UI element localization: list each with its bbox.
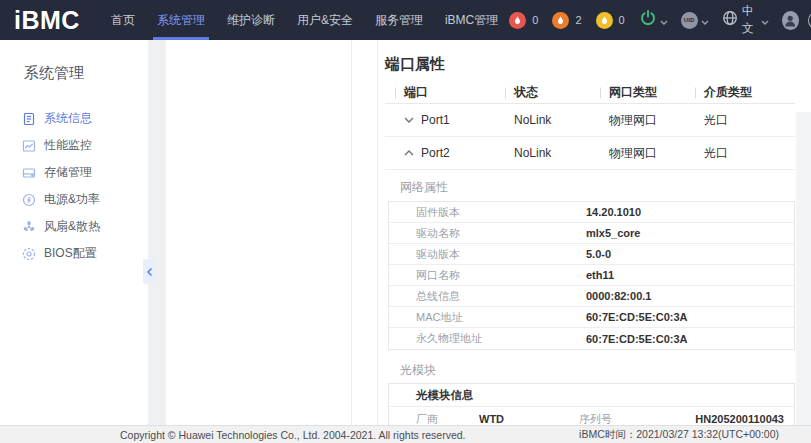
sidebar-item-system-info[interactable]: 系统信息 [0,105,148,132]
critical-alarm-indicator[interactable]: 0 [509,12,538,29]
column-header-media-type: 介质类型 [695,84,795,101]
sidebar-item-label: 电源&功率 [44,191,100,208]
gear-icon [22,247,36,261]
ibmc-time: iBMC时间：2021/03/27 13:32(UTC+00:00) [579,428,779,442]
property-label: 网口名称 [389,268,586,283]
property-label: 驱动名称 [389,226,586,241]
expand-chevron-down-icon[interactable] [404,117,414,123]
property-label: 驱动版本 [389,247,586,262]
media-type: 光口 [695,145,795,162]
vertical-scrollbar[interactable] [796,112,811,425]
media-type: 光口 [695,112,795,129]
table-row: 驱动版本 5.0-0 [389,244,794,265]
property-value: eth11 [586,269,614,281]
footer-bar: Copyright © Huawei Technologies Co., Ltd… [0,425,811,443]
sidebar-item-fans-cooling[interactable]: 风扇&散热 [0,213,148,240]
port-name: Port1 [421,113,450,127]
property-value: 14.20.1010 [586,206,641,218]
language-selector[interactable]: 中文 [722,3,770,37]
property-label: MAC地址 [389,310,586,325]
fan-icon [22,220,36,234]
property-value: 60:7E:CD:5E:C0:3A [586,311,687,323]
document-icon [22,112,36,126]
property-value: 0000:82:00.1 [586,290,651,302]
network-properties-title: 网络属性 [400,179,795,196]
user-avatar[interactable] [782,11,798,30]
globe-icon [722,10,738,30]
chart-icon [22,139,36,153]
optical-module-info-header: 光模块信息 [389,384,794,407]
panel-title: 端口属性 [385,55,795,74]
minor-alarm-count: 0 [619,14,625,26]
language-label: 中文 [742,3,759,37]
copyright-text: Copyright © Huawei Technologies Co., Ltd… [120,429,466,441]
optical-module-title: 光模块 [400,362,795,379]
chevron-down-icon [701,11,709,29]
main-nav: 首页 系统管理 维护诊断 用户&安全 服务管理 iBMC管理 [100,0,509,40]
sidebar-collapse-button[interactable] [143,259,156,284]
nav-item-user-security[interactable]: 用户&安全 [286,0,364,40]
panel-divider [351,40,352,425]
minor-alarm-indicator[interactable]: 0 [596,12,625,29]
collapse-chevron-up-icon[interactable] [404,150,414,156]
property-value: 60:7E:CD:5E:C0:3A [586,333,687,345]
table-row: 网口名称 eth11 [389,265,794,286]
major-alarm-indicator[interactable]: 2 [552,12,581,29]
uid-led-menu[interactable]: UID [681,11,709,29]
nav-item-ibmc-management[interactable]: iBMC管理 [434,0,509,40]
serial-number-label: 序列号 [579,412,689,426]
sidebar-item-label: 存储管理 [44,164,92,181]
critical-alarm-icon [509,12,526,29]
table-row: 固件版本 14.20.1010 [389,202,794,223]
storage-icon [22,166,36,180]
sidebar-item-storage-management[interactable]: 存储管理 [0,159,148,186]
sidebar-item-bios-config[interactable]: BIOS配置 [0,240,148,267]
table-row-port2[interactable]: Port2 NoLink 物理网口 光口 [385,137,795,170]
sidebar-item-performance-monitor[interactable]: 性能监控 [0,132,148,159]
chevron-down-icon [761,11,769,29]
nav-item-maintenance-diagnostics[interactable]: 维护诊断 [216,0,286,40]
vendor-value: WTD [479,413,579,425]
sidebar-menu: 系统信息 性能监控 存储管理 [0,105,148,267]
port-properties-panel: 端口属性 端口 状态 网口类型 介质类型 Port1 NoLink [385,40,795,425]
port-name: Port2 [421,146,450,160]
table-row: 总线信息 0000:82:00.1 [389,286,794,307]
port-type: 物理网口 [600,112,695,129]
port-table: 端口 状态 网口类型 介质类型 Port1 NoLink 物理网口 光口 [385,82,795,170]
property-value: mlx5_core [586,227,640,239]
power-icon [639,9,657,31]
sidebar-item-label: 系统信息 [44,110,92,127]
port-status: NoLink [505,146,600,160]
vendor-label: 厂商 [389,412,479,426]
ibmc-page: iBMC 首页 系统管理 维护诊断 用户&安全 服务管理 iBMC管理 0 2 [0,0,811,443]
sidebar-item-label: 性能监控 [44,137,92,154]
panel-divider [377,40,378,425]
ibmc-logo: iBMC [14,0,80,40]
property-label: 固件版本 [389,205,586,220]
uid-icon: UID [681,12,698,29]
serial-number-value: HN205200110043 [689,413,794,425]
content-card: 端口属性 端口 状态 网口类型 介质类型 Port1 NoLink [166,40,811,425]
table-row: 永久物理地址 60:7E:CD:5E:C0:3A [389,328,794,349]
sidebar-item-power[interactable]: 电源&功率 [0,186,148,213]
port-status: NoLink [505,113,600,127]
top-navigation-bar: iBMC 首页 系统管理 维护诊断 用户&安全 服务管理 iBMC管理 0 2 [0,0,811,40]
help-icon[interactable]: ? [808,12,811,29]
table-row: 厂商 WTD 序列号 HN205200110043 [389,407,794,425]
nav-item-service-management[interactable]: 服务管理 [364,0,434,40]
power-control-menu[interactable] [639,9,668,31]
nav-item-system-management[interactable]: 系统管理 [146,0,216,40]
column-header-port-type: 网口类型 [600,84,695,101]
ibmc-time-label: iBMC时间： [579,428,636,440]
table-row-port1[interactable]: Port1 NoLink 物理网口 光口 [385,104,795,137]
sidebar: 系统管理 系统信息 性能监控 [0,40,148,425]
sidebar-item-label: 风扇&散热 [44,218,100,235]
chevron-down-icon [660,11,668,29]
property-value: 5.0-0 [586,248,611,260]
nav-item-home[interactable]: 首页 [100,0,146,40]
major-alarm-icon [552,12,569,29]
column-header-port: 端口 [395,84,505,101]
topbar-status-cluster: 0 2 0 [509,3,811,37]
sidebar-item-label: BIOS配置 [44,245,97,262]
property-label: 永久物理地址 [389,331,586,346]
